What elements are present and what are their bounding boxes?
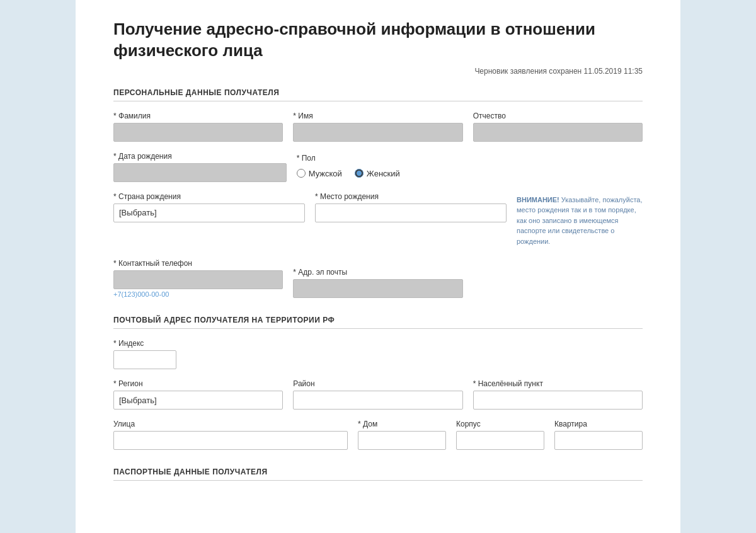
street-label: Улица <box>113 420 348 428</box>
birth-country-input[interactable] <box>113 203 305 222</box>
birth-gender-row: * Дата рождения * Пол Мужской Женский <box>113 152 643 182</box>
phone-input[interactable] <box>113 270 283 289</box>
middle-name-input[interactable] <box>473 123 643 142</box>
last-name-group: * Фамилия <box>113 112 283 142</box>
birth-country-group: * Страна рождения <box>113 192 305 222</box>
house-group: * Дом <box>358 420 446 450</box>
attention-text: ВНИМАНИЕ! Указывайте, пожалуйста, место … <box>517 196 643 245</box>
passport-section-header: ПАСПОРТНЫЕ ДАННЫЕ ПОЛУЧАТЕЛЯ <box>113 467 643 481</box>
middle-name-group: Отчество <box>473 112 643 142</box>
house-input[interactable] <box>358 431 446 450</box>
birth-date-group: * Дата рождения <box>113 152 287 182</box>
email-input[interactable] <box>293 279 462 298</box>
birth-date-label: * Дата рождения <box>113 152 287 161</box>
personal-data-section: ПЕРСОНАЛЬНЫЕ ДАННЫЕ ПОЛУЧАТЕЛЯ * Фамилия… <box>113 88 643 299</box>
phone-group: * Контактный телефон +7(123)000-00-00 <box>113 259 283 298</box>
draft-saved-text: Черновик заявления сохранен 11.05.2019 1… <box>113 67 643 76</box>
gender-male-text: Мужской <box>309 169 342 178</box>
apartment-label: Квартира <box>554 420 643 428</box>
index-label: * Индекс <box>113 339 202 348</box>
region-row: * Регион Район * Населённый пункт <box>113 379 643 410</box>
first-name-label: * Имя <box>293 112 462 120</box>
page-title: Получение адресно-справочной информации … <box>113 19 643 62</box>
birth-place-input[interactable] <box>315 203 507 222</box>
first-name-group: * Имя <box>293 112 462 142</box>
postal-section-header: ПОЧТОВЫЙ АДРЕС ПОЛУЧАТЕЛЯ НА ТЕРРИТОРИИ … <box>113 316 643 329</box>
district-group: Район <box>293 379 462 410</box>
birth-place-row: * Страна рождения * Место рождения ВНИМА… <box>113 192 643 249</box>
first-name-input[interactable] <box>293 123 462 142</box>
attention-box: ВНИМАНИЕ! Указывайте, пожалуйста, место … <box>517 192 643 249</box>
birth-date-input[interactable] <box>113 163 287 182</box>
building-input[interactable] <box>456 431 544 450</box>
gender-female-label[interactable]: Женский <box>355 169 400 178</box>
settlement-label: * Населённый пункт <box>473 379 643 388</box>
gender-male-radio[interactable] <box>297 169 306 178</box>
email-label: * Адр. эл почты <box>293 268 462 277</box>
apartment-group: Квартира <box>554 420 643 450</box>
gender-radio-group: Мужской Женский <box>297 165 643 182</box>
house-label: * Дом <box>358 420 446 428</box>
index-group: * Индекс <box>113 339 202 369</box>
contact-row: * Контактный телефон +7(123)000-00-00 * … <box>113 259 643 298</box>
name-row: * Фамилия * Имя Отчество <box>113 112 643 142</box>
gender-group: * Пол Мужской Женский <box>297 154 643 182</box>
district-input[interactable] <box>293 391 462 410</box>
email-group: * Адр. эл почты <box>293 268 462 298</box>
postal-address-section: ПОЧТОВЫЙ АДРЕС ПОЛУЧАТЕЛЯ НА ТЕРРИТОРИИ … <box>113 316 643 450</box>
gender-female-radio[interactable] <box>355 169 364 178</box>
index-row: * Индекс <box>113 339 643 369</box>
region-input[interactable] <box>113 391 283 410</box>
street-group: Улица <box>113 420 348 450</box>
settlement-group: * Населённый пункт <box>473 379 643 410</box>
gender-female-text: Женский <box>367 169 400 178</box>
last-name-input[interactable] <box>113 123 283 142</box>
birth-country-label: * Страна рождения <box>113 192 305 201</box>
gender-male-label[interactable]: Мужской <box>297 169 342 178</box>
building-group: Корпус <box>456 420 544 450</box>
region-group: * Регион <box>113 379 283 410</box>
region-label: * Регион <box>113 379 283 388</box>
phone-label: * Контактный телефон <box>113 259 283 268</box>
phone-hint: +7(123)000-00-00 <box>113 290 283 298</box>
birth-place-group: * Место рождения <box>315 192 507 222</box>
settlement-input[interactable] <box>473 391 643 410</box>
district-label: Район <box>293 379 462 388</box>
middle-name-label: Отчество <box>473 112 643 120</box>
gender-label: * Пол <box>297 154 643 163</box>
page-container: Получение адресно-справочной информации … <box>76 0 680 533</box>
street-input[interactable] <box>113 431 348 450</box>
apartment-input[interactable] <box>554 431 643 450</box>
building-label: Корпус <box>456 420 544 428</box>
birth-place-label: * Место рождения <box>315 192 507 201</box>
index-input[interactable] <box>113 350 176 369</box>
personal-section-header: ПЕРСОНАЛЬНЫЕ ДАННЫЕ ПОЛУЧАТЕЛЯ <box>113 88 643 101</box>
street-row: Улица * Дом Корпус Квартира <box>113 420 643 450</box>
passport-data-section: ПАСПОРТНЫЕ ДАННЫЕ ПОЛУЧАТЕЛЯ <box>113 467 643 481</box>
last-name-label: * Фамилия <box>113 112 283 120</box>
